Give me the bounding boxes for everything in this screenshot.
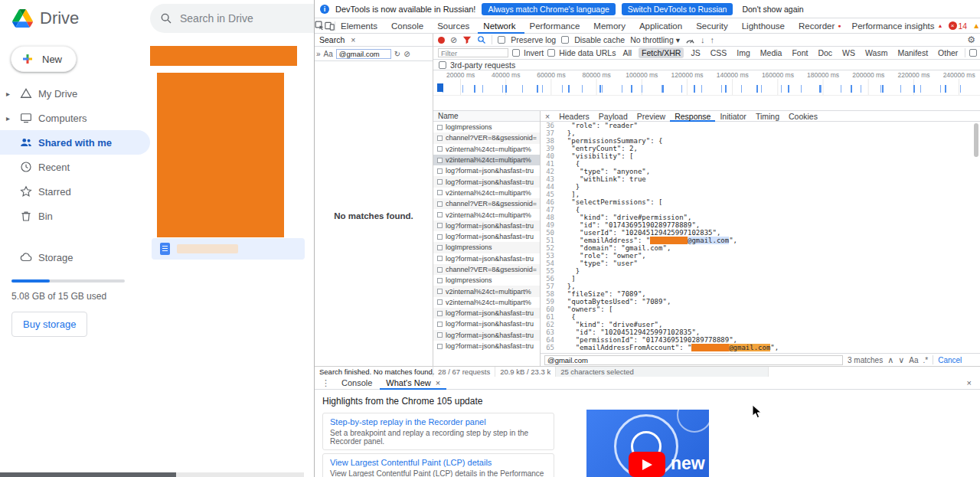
devtools-tab[interactable]: Recorder● bbox=[793, 18, 847, 34]
card-title-link[interactable]: View Largest Contentful Paint (LCP) deta… bbox=[330, 458, 547, 467]
request-type-filter[interactable]: WS bbox=[839, 47, 858, 58]
request-type-filter[interactable]: Doc bbox=[815, 47, 835, 58]
has-blocked-cookies-checkbox[interactable] bbox=[969, 49, 977, 57]
clear-icon[interactable]: ⊘ bbox=[403, 50, 410, 58]
table-row[interactable]: logImpressions bbox=[433, 275, 540, 286]
always-match-language-button[interactable]: Always match Chrome's language bbox=[482, 3, 615, 15]
network-settings-gear-icon[interactable]: ⚙ bbox=[967, 34, 975, 45]
disable-cache-checkbox[interactable] bbox=[561, 36, 569, 44]
request-type-filter[interactable]: Wasm bbox=[862, 47, 890, 58]
dont-show-again-button[interactable]: Don't show again bbox=[742, 5, 803, 14]
request-type-filter[interactable]: JS bbox=[688, 47, 703, 58]
detail-tab[interactable]: Cookies bbox=[784, 111, 822, 122]
devtools-tab[interactable]: Network bbox=[478, 18, 524, 34]
sidebar-item-bin[interactable]: Bin bbox=[0, 204, 150, 228]
requests-count-status[interactable]: 28 / 67 requests bbox=[433, 367, 495, 377]
request-type-filter[interactable]: All bbox=[619, 47, 635, 58]
filter-input[interactable] bbox=[438, 48, 508, 57]
request-type-filter[interactable]: Font bbox=[789, 47, 811, 58]
table-row[interactable]: v2internal%24ct=multipart% bbox=[433, 144, 540, 155]
search-network-icon[interactable] bbox=[477, 35, 486, 44]
horizontal-scrollbar-thumb[interactable] bbox=[0, 472, 176, 477]
devtools-tab[interactable]: Security bbox=[691, 18, 737, 34]
table-row[interactable]: log?format=json&hasfast=tru bbox=[433, 330, 540, 341]
close-tab-icon[interactable]: × bbox=[436, 378, 440, 387]
new-button[interactable]: New bbox=[11, 46, 77, 72]
detail-tab[interactable]: Preview bbox=[632, 111, 670, 122]
tab-console[interactable]: Console bbox=[335, 377, 378, 390]
next-match-icon[interactable]: ∨ bbox=[898, 355, 904, 365]
warning-badge[interactable]: ▲1 bbox=[972, 21, 980, 31]
find-cancel-button[interactable]: Cancel bbox=[938, 356, 962, 364]
chevron-right-icon[interactable]: ▸ bbox=[6, 114, 10, 123]
table-row[interactable]: v2internal%24ct=multipart% bbox=[433, 155, 540, 165]
youtube-play-icon[interactable] bbox=[629, 452, 665, 477]
devtools-tab[interactable]: Memory bbox=[588, 18, 634, 34]
detail-tab[interactable]: Initiator bbox=[715, 111, 750, 122]
detail-tab[interactable]: Timing bbox=[751, 111, 784, 122]
close-detail-icon[interactable]: × bbox=[541, 112, 554, 121]
sidebar-item-starred[interactable]: Starred bbox=[0, 179, 150, 204]
drawer-kebab-menu-icon[interactable]: ⋮ bbox=[318, 378, 334, 388]
export-har-icon[interactable]: ↑ bbox=[710, 35, 714, 44]
network-timeline-overview[interactable]: 20000 ms 40000 ms 60000 ms 80000 ms 1000… bbox=[433, 70, 980, 111]
table-row[interactable]: log?format=json&hasfast=tru bbox=[433, 319, 540, 329]
invert-checkbox[interactable] bbox=[512, 49, 520, 57]
card-title-link[interactable]: Step-by-step replay in the Recorder pane… bbox=[330, 417, 547, 426]
third-party-checkbox[interactable] bbox=[439, 61, 446, 69]
find-input[interactable] bbox=[544, 355, 843, 365]
previous-match-icon[interactable]: ∧ bbox=[887, 355, 893, 365]
file-row[interactable] bbox=[152, 238, 305, 260]
record-button[interactable] bbox=[438, 37, 445, 44]
table-row[interactable]: log?format=json&hasfast=tru bbox=[433, 231, 540, 242]
close-icon[interactable]: × bbox=[351, 35, 355, 44]
sidebar-item-recent[interactable]: Recent bbox=[0, 155, 150, 179]
devtools-tab[interactable]: Application bbox=[634, 18, 691, 34]
request-type-filter[interactable]: CSS bbox=[707, 47, 730, 58]
find-regex-toggle[interactable]: .* bbox=[923, 356, 929, 364]
table-row[interactable]: channel?VER=8&gsessionid= bbox=[433, 198, 540, 209]
table-row[interactable]: v2internal%24ct=multipart% bbox=[433, 188, 540, 198]
request-type-filter[interactable]: Fetch/XHR bbox=[639, 47, 684, 58]
sidebar-item-storage[interactable]: Storage bbox=[0, 245, 150, 270]
hide-data-urls-checkbox[interactable] bbox=[547, 49, 555, 57]
inspect-element-icon[interactable] bbox=[315, 21, 325, 31]
search-query-input[interactable] bbox=[336, 49, 391, 59]
devtools-tab[interactable]: Performance insights▲ bbox=[847, 18, 949, 34]
table-row[interactable]: log?format=json&hasfast=tru bbox=[433, 165, 540, 176]
table-row[interactable]: log?format=json&hasfast=tru bbox=[433, 308, 540, 319]
detail-tab[interactable]: Headers bbox=[554, 111, 594, 122]
table-row[interactable]: log?format=json&hasfast=tru bbox=[433, 341, 540, 351]
sidebar-item-my-drive[interactable]: ▸ My Drive bbox=[0, 81, 150, 106]
table-row[interactable]: v2internal%24ct=multipart% bbox=[433, 209, 540, 220]
table-row[interactable]: logImpressions bbox=[433, 242, 540, 253]
chevron-right-icon[interactable]: ▸ bbox=[6, 90, 10, 98]
horizontal-scrollbar[interactable] bbox=[0, 472, 304, 477]
table-row[interactable]: v2internal%24ct=multipart% bbox=[433, 297, 540, 308]
preserve-log-checkbox[interactable] bbox=[498, 36, 505, 44]
devtools-tab[interactable]: Elements bbox=[335, 18, 386, 34]
tab-whats-new[interactable]: What's New× bbox=[380, 377, 446, 390]
request-type-filter[interactable]: Img bbox=[733, 47, 753, 58]
vertical-scrollbar-thumb[interactable] bbox=[974, 123, 978, 157]
clear-network-log-icon[interactable]: ⊘ bbox=[450, 35, 457, 45]
match-case-toggle[interactable]: Aa bbox=[324, 50, 333, 58]
drive-search-bar[interactable] bbox=[150, 4, 314, 33]
detail-tab[interactable]: Payload bbox=[594, 111, 632, 122]
find-match-case-toggle[interactable]: Aa bbox=[909, 356, 918, 364]
table-row[interactable]: channel?VER=8&gsessionid= bbox=[433, 132, 540, 143]
request-type-filter[interactable]: Other bbox=[935, 47, 961, 58]
switch-to-russian-button[interactable]: Switch DevTools to Russian bbox=[622, 3, 733, 15]
drive-search-input[interactable] bbox=[180, 12, 295, 25]
table-row[interactable]: log?format=json&hasfast=tru bbox=[433, 221, 540, 231]
error-badge[interactable]: ×14 bbox=[949, 21, 968, 31]
sidebar-item-computers[interactable]: ▸ Computers bbox=[0, 106, 150, 130]
buy-storage-button[interactable]: Buy storage bbox=[11, 312, 87, 337]
expand-chevrons-icon[interactable]: » bbox=[316, 50, 321, 58]
refresh-icon[interactable]: ↻ bbox=[394, 50, 400, 58]
request-type-filter[interactable]: Manifest bbox=[894, 47, 931, 58]
timeline-selection-marker[interactable] bbox=[437, 83, 443, 92]
devtools-tab[interactable]: Console bbox=[386, 18, 432, 34]
detail-tab[interactable]: Response bbox=[670, 111, 715, 122]
table-row[interactable]: log?format=json&hasfast=tru bbox=[433, 176, 540, 187]
